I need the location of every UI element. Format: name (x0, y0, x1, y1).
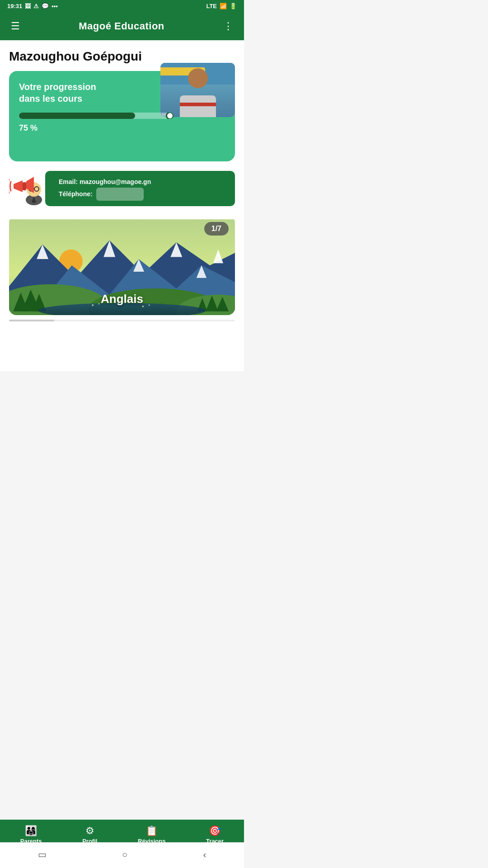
profile-photo: info (160, 63, 235, 117)
contact-banner: Email: mazoughou@magoe.gn Téléphone: hid… (9, 170, 235, 207)
status-signal-icon: 📶 (220, 3, 227, 9)
user-name: Mazoughou Goépogui (9, 49, 235, 64)
menu-button[interactable]: ☰ (9, 19, 22, 34)
course-card[interactable]: 1/7 Anglais (9, 216, 235, 315)
scroll-indicator (9, 320, 235, 321)
more-button[interactable]: ⋮ (221, 19, 235, 34)
email-value: mazoughou@magoe.gn (80, 178, 151, 185)
status-time: 19:31 (7, 3, 22, 9)
status-icon-whatsapp: 💬 (42, 3, 49, 9)
contact-info-box: Email: mazoughou@magoe.gn Téléphone: hid… (45, 171, 235, 206)
svg-point-30 (99, 303, 100, 305)
course-title: Anglais (101, 292, 143, 306)
profile-card: info Votre progression dans les cours 75… (9, 71, 235, 161)
status-icon-image: 🖼 (25, 3, 31, 9)
phone-label: Téléphone: (59, 190, 93, 198)
course-badge: 1/7 (204, 222, 229, 236)
app-bar: ☰ Magoé Education ⋮ (0, 12, 244, 40)
status-bar: 19:31 🖼 ⚠ 💬 ••• LTE 📶 🔋 (0, 0, 244, 12)
progress-thumb (166, 113, 174, 119)
progress-bar-container (19, 113, 174, 119)
svg-marker-5 (14, 180, 23, 192)
status-icon-more: ••• (52, 3, 58, 9)
progression-label: Votre progression dans les cours (19, 81, 132, 104)
progress-percent: 75 % (19, 123, 225, 133)
svg-point-32 (149, 305, 150, 306)
scroll-thumb (9, 320, 54, 321)
app-title: Magoé Education (79, 20, 164, 32)
email-label: Email: (59, 178, 78, 185)
status-lte: LTE (206, 3, 217, 9)
progress-bar-fill (19, 113, 135, 119)
phone-line: Téléphone: hidden (59, 188, 228, 201)
svg-rect-6 (23, 182, 26, 190)
main-content: Mazoughou Goépogui info Votre progressi (0, 40, 244, 326)
email-line: Email: mazoughou@magoe.gn (59, 176, 228, 188)
svg-point-29 (92, 304, 94, 306)
status-battery-icon: 🔋 (230, 3, 237, 9)
status-icon-alert: ⚠ (33, 3, 39, 9)
phone-value: hidden (96, 188, 144, 201)
megaphone-illustration (9, 170, 54, 207)
